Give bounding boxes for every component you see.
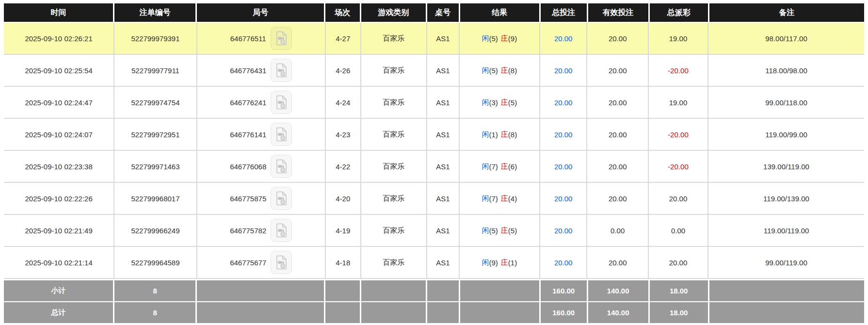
valid-bet-cell: 20.00 xyxy=(587,183,648,214)
result-cell: 闲(3)庄(5) xyxy=(460,87,539,118)
game-type-cell: 百家乐 xyxy=(361,55,426,86)
remark-cell: 119.00/119.00 xyxy=(708,215,864,246)
banker-result-score: (8) xyxy=(508,66,517,75)
table-row[interactable]: 2025-09-10 02:21:49 522799966249 6467757… xyxy=(4,215,864,247)
banker-result-score: (5) xyxy=(508,227,517,235)
bet-time: 2025-09-10 02:21:49 xyxy=(25,227,92,235)
total-bet-link[interactable]: 20.00 xyxy=(554,98,573,107)
round-number: 646776241 xyxy=(230,98,266,107)
video-icon[interactable] xyxy=(271,123,292,146)
video-icon[interactable] xyxy=(271,219,292,242)
total-bet-link[interactable]: 20.00 xyxy=(554,130,573,139)
total-bet-cell: 20.00 xyxy=(540,247,587,278)
table-row[interactable]: 2025-09-10 02:26:21 522799979391 6467765… xyxy=(4,23,864,55)
video-icon[interactable] xyxy=(271,251,292,274)
table-no-cell: AS1 xyxy=(427,215,459,246)
remark-cell: 98.00/117.00 xyxy=(708,23,864,54)
subtotal-label: 小计 xyxy=(4,280,113,301)
game-type-cell: 百家乐 xyxy=(361,247,426,278)
banker-result-score: (4) xyxy=(508,195,517,203)
result-cell: 闲(7)庄(6) xyxy=(460,151,539,182)
video-icon[interactable] xyxy=(271,91,292,114)
banker-result-label: 庄 xyxy=(501,162,508,171)
session-cell: 4-23 xyxy=(326,119,360,150)
player-result-score: (5) xyxy=(489,66,498,75)
valid-bet-cell: 20.00 xyxy=(587,23,648,54)
banker-result-label: 庄 xyxy=(501,98,508,107)
banker-result-score: (9) xyxy=(508,34,517,43)
session-cell: 4-19 xyxy=(326,215,360,246)
banker-result-score: (5) xyxy=(508,98,517,107)
total-bet-link[interactable]: 20.00 xyxy=(554,195,573,203)
table-row[interactable]: 2025-09-10 02:22:26 522799968017 6467758… xyxy=(4,183,864,215)
game-type-cell: 百家乐 xyxy=(361,119,426,150)
time-cell: 2025-09-10 02:26:21 xyxy=(4,23,113,54)
player-result-score: (7) xyxy=(489,195,498,203)
col-header-bet-id: 注单编号 xyxy=(114,3,195,22)
bet-id-cell: 522799979391 xyxy=(114,23,196,54)
result-cell: 闲(5)庄(5) xyxy=(460,215,539,246)
round-cell: 646775782 xyxy=(197,215,325,246)
remark-cell: 119.00/139.00 xyxy=(708,183,864,214)
total-bet-cell: 20.00 xyxy=(540,183,587,214)
table-no-cell: AS1 xyxy=(427,87,459,118)
player-result-score: (9) xyxy=(489,259,498,267)
table-row[interactable]: 2025-09-10 02:23:38 522799971463 6467760… xyxy=(4,151,864,183)
banker-result-label: 庄 xyxy=(501,226,508,235)
result-cell: 闲(7)庄(4) xyxy=(460,183,539,214)
bet-id-cell: 522799964589 xyxy=(114,247,196,278)
session-cell: 4-26 xyxy=(326,55,360,86)
banker-result-label: 庄 xyxy=(501,34,508,43)
total-bet-link[interactable]: 20.00 xyxy=(554,259,573,267)
bet-id-cell: 522799966249 xyxy=(114,215,196,246)
total-bet-cell: 20.00 xyxy=(540,23,587,54)
remark-cell: 99.00/119.00 xyxy=(708,247,864,278)
valid-bet-cell: 0.00 xyxy=(587,215,648,246)
player-result-label: 闲 xyxy=(482,34,489,43)
col-header-valid-bet: 有效投注 xyxy=(588,3,648,22)
table-row[interactable]: 2025-09-10 02:25:54 522799977911 6467764… xyxy=(4,55,864,87)
payout-cell: 20.00 xyxy=(649,247,707,278)
session-cell: 4-20 xyxy=(326,183,360,214)
bet-id: 522799968017 xyxy=(131,195,179,203)
subtotal-valid-bet: 140.00 xyxy=(588,280,648,301)
table-row[interactable]: 2025-09-10 02:24:07 522799972951 6467761… xyxy=(4,119,864,151)
table-row[interactable]: 2025-09-10 02:24:47 522799974754 6467762… xyxy=(4,87,864,119)
payout-cell: 19.00 xyxy=(649,87,707,118)
round-number: 646775782 xyxy=(230,227,266,235)
table-no-cell: AS1 xyxy=(427,55,459,86)
video-icon[interactable] xyxy=(271,27,292,50)
video-icon[interactable] xyxy=(271,59,292,82)
table-row[interactable]: 2025-09-10 02:21:14 522799964589 6467756… xyxy=(4,247,864,279)
bet-id-cell: 522799972951 xyxy=(114,119,196,150)
player-result-label: 闲 xyxy=(482,162,489,171)
remark-cell: 118.00/98.00 xyxy=(708,55,864,86)
result-cell: 闲(5)庄(8) xyxy=(460,55,539,86)
valid-bet-cell: 20.00 xyxy=(587,87,648,118)
subtotal-payout: 18.00 xyxy=(650,280,708,301)
session-cell: 4-22 xyxy=(326,151,360,182)
bet-id-cell: 522799977911 xyxy=(114,55,196,86)
total-bet-link[interactable]: 20.00 xyxy=(554,162,573,171)
round-number: 646776068 xyxy=(230,162,266,171)
payout-cell: 19.00 xyxy=(649,23,707,54)
time-cell: 2025-09-10 02:25:54 xyxy=(4,55,113,86)
bet-id-cell: 522799974754 xyxy=(114,87,196,118)
video-icon[interactable] xyxy=(271,187,292,210)
game-type-cell: 百家乐 xyxy=(361,87,426,118)
time-cell: 2025-09-10 02:21:14 xyxy=(4,247,113,278)
col-header-payout: 总派彩 xyxy=(650,3,708,22)
round-cell: 646776511 xyxy=(197,23,325,54)
total-bet-link[interactable]: 20.00 xyxy=(554,66,573,75)
table-body: 2025-09-10 02:26:21 522799979391 6467765… xyxy=(4,23,864,279)
col-header-remark: 备注 xyxy=(709,3,864,22)
total-bet-link[interactable]: 20.00 xyxy=(554,227,573,235)
col-header-time: 时间 xyxy=(4,3,113,22)
video-icon[interactable] xyxy=(271,155,292,178)
session-cell: 4-24 xyxy=(326,87,360,118)
player-result-label: 闲 xyxy=(482,66,489,75)
bet-time: 2025-09-10 02:22:26 xyxy=(25,195,92,203)
total-bet-link[interactable]: 20.00 xyxy=(554,34,573,43)
table-no-cell: AS1 xyxy=(427,23,459,54)
valid-bet-cell: 20.00 xyxy=(587,55,648,86)
